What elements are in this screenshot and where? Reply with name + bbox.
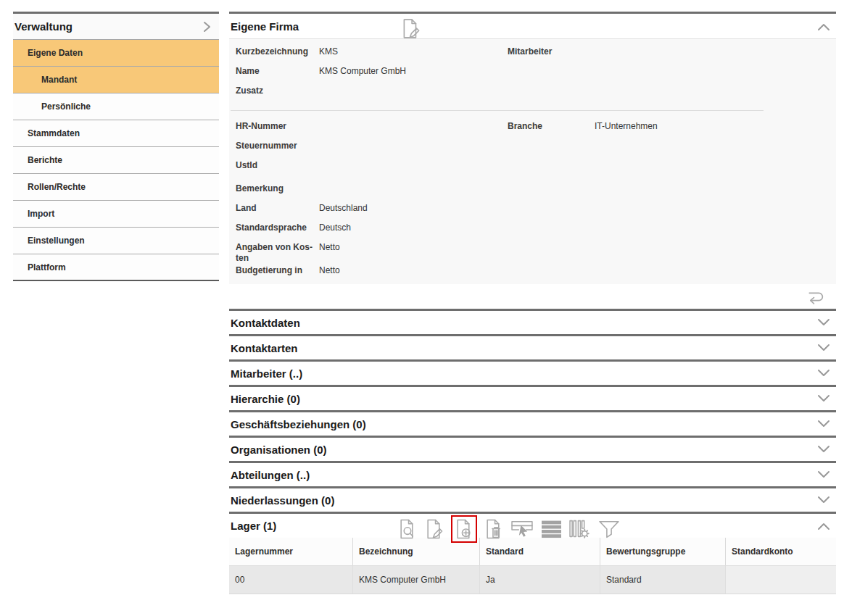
sidebar-item-label: Eigene Daten — [28, 48, 83, 58]
field-value: IT-Unternehmen — [595, 120, 658, 132]
delete-record-button[interactable] — [484, 517, 504, 541]
undo-icon — [805, 288, 825, 306]
field-label: HR-Nummer — [236, 120, 318, 132]
chevron-down-icon — [817, 496, 830, 504]
field-label: Land — [236, 201, 318, 214]
field-value: KMS — [319, 45, 338, 57]
section-header-kontaktarten[interactable]: Kontaktarten — [229, 334, 836, 359]
chevron-down-icon — [817, 470, 830, 479]
chevron-down-icon — [817, 318, 830, 327]
select-row-button[interactable] — [510, 518, 534, 540]
field-value: Deutsch — [319, 221, 351, 233]
field-label: UstId — [236, 159, 318, 171]
cell-standardkonto — [725, 566, 836, 594]
collapse-section-button[interactable] — [817, 522, 830, 530]
document-delete-icon — [484, 518, 503, 540]
sidebar-item-plattform[interactable]: Plattform — [13, 254, 219, 281]
add-record-button[interactable] — [451, 515, 477, 543]
chevron-down-icon — [817, 369, 830, 378]
filter-button[interactable] — [597, 518, 621, 540]
sidebar-item-label: Einstellungen — [28, 236, 85, 246]
section-header-eigene-firma[interactable]: Eigene Firma — [229, 12, 836, 39]
cell-standard: Ja — [479, 566, 600, 594]
field-label: Bemerkung — [236, 182, 318, 194]
sidebar-item-berichte[interactable]: Berichte — [13, 147, 219, 174]
column-header[interactable]: Standardkonto — [725, 538, 836, 565]
field-label: Budgetierung in — [236, 264, 318, 276]
chevron-up-icon — [817, 522, 830, 530]
field-label: Steuernummer — [236, 139, 318, 151]
document-add-icon — [455, 518, 473, 540]
field-label: Branche — [508, 120, 593, 132]
section-header-geschaeftsbeziehungen[interactable]: Geschäftsbeziehungen (0) — [229, 410, 836, 436]
field-label: Angaben von Kos­ten — [236, 241, 318, 264]
chevron-down-icon — [817, 394, 830, 403]
sidebar-title: Verwaltung — [15, 20, 73, 33]
section-header-abteilungen[interactable]: Abteilungen (..) — [229, 461, 836, 486]
field-value: Deutschland — [319, 201, 368, 214]
sidebar-item-rollen-rechte[interactable]: Rollen/Rechte — [13, 174, 219, 201]
edit-company-button[interactable] — [400, 17, 421, 40]
app-window: Verwaltung Eigene Daten Mandant Persönli… — [0, 0, 844, 616]
company-fields-panel: Kurzbezeichnung KMS Name KMS Computer Gm… — [229, 39, 836, 309]
section-title: Kontaktarten — [231, 342, 298, 354]
field-label: Standardsprache — [236, 221, 318, 233]
table-row[interactable]: 00 KMS Computer GmbH Ja Standard — [229, 566, 836, 594]
field-label: Kurzbezeichnung — [236, 45, 318, 57]
column-header[interactable]: Lagernummer — [229, 538, 352, 565]
sidebar-item-label: Mandant — [41, 75, 77, 85]
sidebar-item-eigene-daten[interactable]: Eigene Daten — [13, 40, 219, 67]
sidebar-item-label: Stammdaten — [28, 128, 80, 138]
chevron-right-icon — [202, 21, 212, 33]
sidebar-header[interactable]: Verwaltung — [13, 12, 219, 40]
field-value: Netto — [319, 241, 340, 253]
sidebar-item-mandant[interactable]: Mandant — [13, 67, 219, 93]
admin-sidebar: Verwaltung Eigene Daten Mandant Persönli… — [13, 12, 219, 281]
section-header-niederlassungen[interactable]: Niederlassungen (0) — [229, 486, 836, 512]
cell-lagernummer: 00 — [229, 566, 352, 594]
sidebar-item-label: Berichte — [28, 155, 62, 165]
sidebar-item-einstellungen[interactable]: Einstellungen — [13, 228, 219, 254]
section-title: Hierarchie (0) — [231, 393, 300, 405]
chevron-down-icon — [817, 445, 830, 454]
lager-table: Lagernummer Bezeichnung Standard Bewertu… — [229, 538, 836, 594]
sidebar-item-stammdaten[interactable]: Stammdaten — [13, 120, 219, 147]
sidebar-item-label: Rollen/Rechte — [28, 182, 86, 192]
field-value: KMS Computer GmbH — [319, 64, 406, 77]
field-label: Name — [236, 64, 318, 77]
section-title: Lager (1) — [231, 520, 276, 532]
section-header-mitarbeiter[interactable]: Mitarbeiter (..) — [229, 359, 836, 385]
row-select-icon — [511, 519, 534, 539]
section-header-lager[interactable]: Lager (1) — [229, 512, 836, 538]
section-header-kontaktdaten[interactable]: Kontaktdaten — [229, 309, 836, 334]
undo-button[interactable] — [804, 287, 826, 307]
section-header-hierarchie[interactable]: Hierarchie (0) — [229, 385, 836, 410]
section-title: Geschäftsbeziehungen (0) — [231, 418, 366, 430]
sidebar-item-import[interactable]: Import — [13, 201, 219, 228]
edit-record-button[interactable] — [424, 517, 444, 541]
document-edit-icon — [425, 518, 444, 540]
column-settings-button[interactable] — [568, 518, 591, 540]
section-title: Eigene Firma — [231, 20, 299, 33]
columns-gear-icon — [569, 519, 590, 539]
lager-toolbar — [397, 515, 621, 543]
section-title: Kontaktdaten — [231, 317, 300, 329]
main-content: Eigene Firma — [229, 12, 836, 594]
rows-icon — [542, 519, 561, 539]
chevron-up-icon — [817, 22, 830, 31]
cell-bewertungsgruppe: Standard — [600, 566, 725, 594]
section-title: Niederlassungen (0) — [231, 494, 334, 507]
chevron-down-icon — [817, 420, 830, 428]
section-title: Organisationen (0) — [231, 444, 327, 456]
sidebar-item-persoenliche[interactable]: Persönliche — [13, 93, 219, 120]
view-record-button[interactable] — [397, 517, 418, 541]
filter-icon — [598, 519, 620, 539]
section-header-organisationen[interactable]: Organisationen (0) — [229, 436, 836, 461]
field-label: Mitarbeiter — [508, 45, 593, 57]
field-value: Netto — [319, 264, 340, 276]
sidebar-item-label: Plattform — [28, 262, 66, 272]
collapse-section-button[interactable] — [817, 22, 830, 31]
document-edit-icon — [401, 18, 421, 39]
list-rows-button[interactable] — [541, 518, 562, 540]
sidebar-item-label: Import — [28, 209, 54, 219]
